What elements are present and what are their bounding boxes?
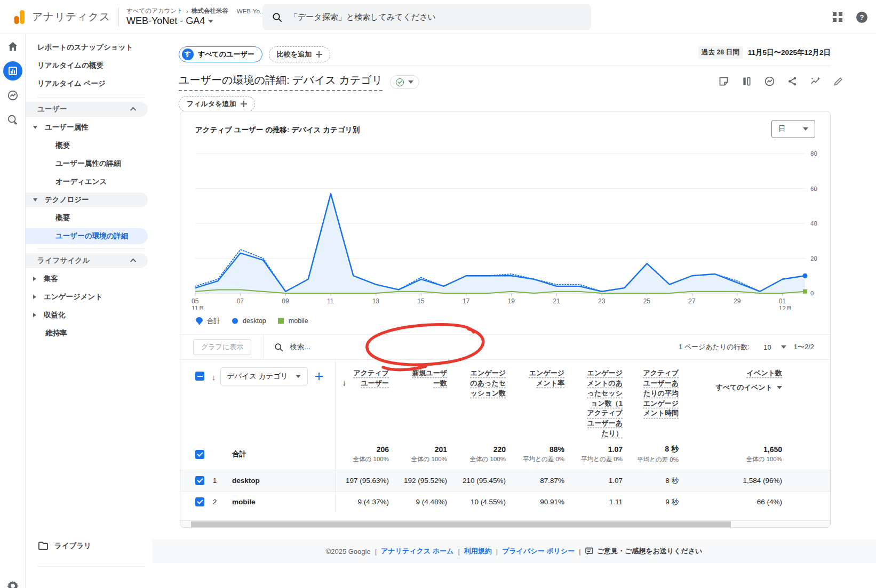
sidebar-item-label: エンゲージメント (44, 292, 102, 302)
chevron-up-icon[interactable] (130, 107, 136, 113)
column-header-6[interactable]: アクティブ ユーザーあたりの平均エンゲージメント時間 (623, 360, 679, 439)
metric-value: 210 (95.45%) (447, 470, 506, 491)
comparison-toolbar: す すべてのユーザー 比較を追加 過去 28 日間 11月5日〜2025年12月… (179, 43, 831, 66)
table-search-input[interactable]: 検索... (274, 342, 310, 352)
table-row-desktop[interactable]: 1desktop197 (95.63%)192 (95.52%)210 (95.… (180, 470, 830, 491)
table-row-mobile[interactable]: 2mobile9 (4.37%)9 (4.48%)10 (4.55%)90.91… (180, 491, 830, 512)
header-divider (118, 7, 119, 27)
dimension-select-value: デバイス カテゴリ (227, 372, 288, 381)
add-dimension-button[interactable] (315, 373, 323, 380)
column-header-line: エンゲージメント率 (524, 368, 564, 389)
add-filter-button[interactable]: フィルタを追加 (179, 96, 255, 112)
settings-gear-icon[interactable] (0, 579, 26, 588)
x-axis-tick-label: 25 (643, 297, 651, 305)
legend-item-mobile[interactable]: mobile (277, 317, 308, 325)
metric-value: 87.87% (506, 470, 564, 491)
reports-icon[interactable] (0, 59, 26, 83)
column-header-4[interactable]: エンゲージメント率 (506, 360, 564, 439)
metric-value: 9 秒 (623, 492, 679, 512)
sidebar-item-label: リアルタイム ページ (37, 79, 106, 88)
legend-item-desktop[interactable]: desktop (231, 317, 266, 325)
sidebar-item-ユーザーの環境の詳細[interactable]: ユーザーの環境の詳細 (26, 228, 148, 244)
legend-item-合計[interactable]: 合計 (195, 317, 220, 326)
totals-checkbox[interactable] (195, 450, 204, 459)
advertising-icon[interactable] (0, 83, 26, 108)
x-axis-tick-label: 11 (327, 297, 334, 305)
date-range-picker[interactable]: 過去 28 日間 11月5日〜2025年12月2日 (698, 46, 831, 59)
x-axis-tick-label: 13 (372, 297, 380, 305)
sidebar-item-ユーザー[interactable]: ユーザー (26, 102, 148, 117)
dimension-select[interactable]: デバイス カテゴリ (220, 367, 308, 385)
show-on-graph-button[interactable]: グラフに表示 (193, 339, 251, 355)
event-filter-select[interactable]: すべてのイベント (716, 383, 782, 392)
column-header-1[interactable]: ↓アクティブ ユーザー (336, 360, 389, 439)
analytics-logo[interactable]: アナリティクス (0, 9, 118, 26)
explore-icon[interactable] (0, 108, 26, 132)
x-axis-tick-label: 21 (553, 297, 560, 305)
row-checkbox[interactable] (195, 476, 204, 485)
legend-circle-icon (231, 317, 239, 325)
column-header-7[interactable]: イベント数すべてのイベント (679, 360, 782, 439)
column-header-5[interactable]: エンゲージメントのあったセッション数（1 アクティブ ユーザーあたり） (564, 360, 623, 439)
add-comparison-button[interactable]: 比較を追加 (269, 46, 330, 62)
footer-link-プライバシー ポリシー[interactable]: プライバシー ポリシー (502, 546, 575, 556)
magic-wand-icon[interactable] (810, 76, 821, 87)
rows-per-page: 1 ページあたりの行数: 10 (679, 342, 786, 352)
sidebar-item-リアルタイム ページ[interactable]: リアルタイム ページ (26, 75, 152, 93)
column-header-2[interactable]: 新規ユーザー数 (389, 360, 447, 439)
rows-per-page-select[interactable]: 10 (763, 343, 786, 351)
x-axis-month-label: 11月 (192, 305, 204, 310)
sidebar-item-テクノロジー[interactable]: テクノロジー (26, 192, 148, 207)
footer-link-アナリティクス ホーム[interactable]: アナリティクス ホーム (381, 546, 453, 556)
insights-icon[interactable] (764, 76, 775, 87)
sidebar-item-リアルタイムの概要[interactable]: リアルタイムの概要 (26, 57, 152, 75)
comparison-columns-icon[interactable] (741, 76, 752, 87)
search-input[interactable]: 「データ探索」と検索してみてください (262, 4, 591, 30)
y-axis-tick-label: 20 (810, 255, 817, 262)
column-header-3[interactable]: エンゲージのあったセッション数 (447, 360, 506, 439)
home-icon[interactable] (0, 34, 26, 59)
x-axis-month-label: 12月 (779, 305, 792, 310)
sidebar-item-レポートのスナップショット[interactable]: レポートのスナップショット (26, 38, 152, 57)
footer-link-利用規約[interactable]: 利用規約 (464, 546, 492, 556)
y-axis-tick-label: 0 (810, 290, 814, 296)
footer-separator: | (579, 547, 580, 555)
sidebar-item-library[interactable]: ライブラリ (26, 537, 152, 555)
sidebar-item-ユーザー属性[interactable]: ユーザー属性 (26, 118, 152, 136)
account-breadcrumb[interactable]: すべてのアカウント › 株式会社米谷 WEB-Yo... WEB-YoNet -… (126, 7, 265, 27)
edit-icon[interactable] (833, 76, 844, 87)
sidebar-item-集客[interactable]: 集客 (26, 270, 152, 288)
icon-rail (0, 34, 26, 588)
audience-chip-all-users[interactable]: す すべてのユーザー (179, 46, 262, 62)
sidebar-item-収益化[interactable]: 収益化 (26, 306, 152, 324)
sidebar-item-概要[interactable]: 概要 (26, 209, 152, 227)
sidebar-item-維持率[interactable]: 維持率 (26, 324, 152, 342)
footer-feedback-link[interactable]: ご意見・ご感想をお送りください (585, 546, 703, 556)
row-checkbox[interactable] (195, 497, 204, 506)
chart-title: アクティブ ユーザー の推移: デバイス カテゴリ別 (195, 125, 360, 135)
check-circle-icon (396, 78, 404, 86)
triangle-right-icon (33, 295, 36, 299)
totals-cells: 206全体の 100%201全体の 100%220全体の 100%88%平均との… (336, 439, 782, 470)
sidebar-item-ライフサイクル[interactable]: ライフサイクル (26, 253, 148, 268)
desktop-area-fill (195, 194, 805, 293)
sidebar-item-オーディエンス[interactable]: オーディエンス (26, 173, 152, 191)
sidebar-item-概要[interactable]: 概要 (26, 136, 152, 155)
help-icon[interactable] (856, 12, 867, 23)
column-title: アクティブ ユーザーあたりの平均エンゲージメント時間 (638, 368, 679, 418)
x-axis-tick-label: 23 (598, 297, 606, 305)
scrollbar-thumb[interactable] (191, 521, 731, 527)
row-dimension-value: mobile (232, 498, 256, 506)
chevron-up-icon[interactable] (130, 259, 136, 264)
note-icon[interactable] (718, 76, 729, 87)
data-quality-pill[interactable] (390, 75, 419, 89)
sidebar-item-エンゲージメント[interactable]: エンゲージメント (26, 288, 152, 306)
granularity-select[interactable]: 日 (771, 120, 815, 138)
share-icon[interactable] (787, 76, 798, 87)
rows-per-page-label: 1 ページあたりの行数: (679, 342, 750, 352)
chevron-down-icon (296, 375, 301, 378)
select-all-checkbox[interactable] (195, 372, 204, 381)
sidebar-item-ユーザー属性の詳細[interactable]: ユーザー属性の詳細 (26, 155, 152, 173)
triangle-down-icon (33, 198, 37, 202)
apps-grid-icon[interactable] (832, 11, 843, 23)
